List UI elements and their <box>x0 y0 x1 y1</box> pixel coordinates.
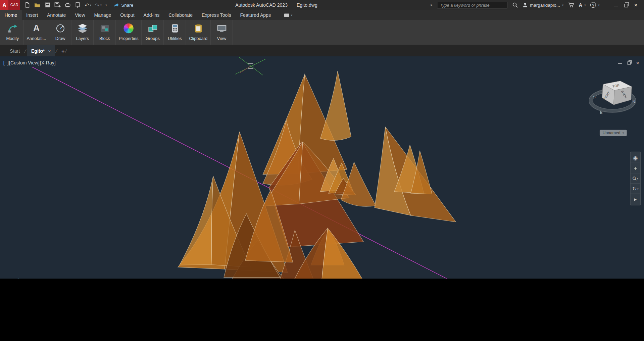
tab-view[interactable]: View <box>70 10 90 20</box>
autocad-window: A CAD ↶ ▾ <box>0 0 644 279</box>
tab-manage[interactable]: Manage <box>90 10 116 20</box>
annotation-icon: A <box>33 22 40 35</box>
viewcube-compass-n[interactable]: N <box>633 100 635 104</box>
tab-collaborate[interactable]: Collaborate <box>164 10 197 20</box>
undo-caret-icon[interactable]: ▾ <box>90 3 91 6</box>
plot-button[interactable] <box>64 2 71 8</box>
modify-icon <box>7 22 18 35</box>
zoom-icon[interactable]: ⚲▾ <box>631 174 640 184</box>
search-icon[interactable] <box>512 2 518 8</box>
ribbon-panel-label: Clipboard <box>189 36 207 41</box>
drawing-close-button[interactable]: × <box>636 61 639 66</box>
new-drawing-button[interactable]: + <box>61 47 65 54</box>
user-account-menu[interactable]: margaridaplo... ▾ <box>523 2 563 8</box>
autocad-logo-a: A <box>0 0 9 10</box>
tab-add-ins[interactable]: Add-ins <box>139 10 164 20</box>
ribbon-panel-draw[interactable]: Draw <box>49 20 71 45</box>
showmotion-icon[interactable]: ▸ <box>631 194 640 204</box>
search-expand-icon[interactable]: ▸ <box>431 3 433 7</box>
drawing-viewport[interactable]: [−] [Custom View] [X-Ray] × TOP RIGHT BA… <box>0 56 644 279</box>
tab-annotate[interactable]: Annotate <box>43 10 70 20</box>
named-view-label: Unnamed <box>603 131 621 135</box>
minimize-button[interactable] <box>614 6 618 6</box>
viewcube-compass-e[interactable]: E <box>600 110 602 114</box>
undo-button[interactable]: ↶ ▾ <box>85 2 91 8</box>
document-title: Egito.dwg <box>297 2 317 7</box>
ribbon-panel-groups[interactable]: Groups <box>142 20 164 45</box>
ribbon-panel-properties[interactable]: Properties <box>116 20 142 45</box>
plot-printer-icon <box>64 2 71 8</box>
publish-button[interactable] <box>75 2 81 8</box>
share-button[interactable]: Share <box>113 2 133 8</box>
file-tab-start[interactable]: Start <box>6 45 24 56</box>
ribbon-panel-block[interactable]: Block <box>94 20 116 45</box>
viewport-controls-minimize[interactable]: [−] <box>3 60 9 65</box>
viewport-visual-style-control[interactable]: [X-Ray] <box>40 60 56 65</box>
tab-output[interactable]: Output <box>116 10 139 20</box>
ribbon-display-options[interactable]: ▾ <box>281 10 296 20</box>
save-as-icon <box>54 2 61 8</box>
draw-circle-icon <box>55 22 66 35</box>
save-as-button[interactable] <box>54 2 61 8</box>
tab-insert[interactable]: Insert <box>21 10 42 20</box>
drawing-minimize-button[interactable] <box>618 63 622 64</box>
named-view-caret-icon: ▾ <box>623 132 624 135</box>
autodesk-app-caret-icon: ▾ <box>584 3 586 6</box>
restore-button[interactable] <box>624 4 628 7</box>
search-input[interactable]: Type a keyword or phrase <box>437 1 508 8</box>
save-button[interactable] <box>44 2 50 8</box>
titlebar: A CAD ↶ ▾ <box>0 0 644 10</box>
open-folder-icon <box>34 2 41 8</box>
tab-express-tools[interactable]: Express Tools <box>197 10 236 20</box>
user-avatar-icon <box>523 2 528 8</box>
file-tab-close-icon[interactable]: × <box>48 48 51 53</box>
ribbon-panel-label: Block <box>99 36 110 41</box>
new-file-icon <box>24 2 30 8</box>
tab-featured-apps[interactable]: Featured Apps <box>236 10 275 20</box>
undo-icon: ↶ <box>85 2 89 8</box>
ribbon-panel-clipboard[interactable]: Clipboard <box>186 20 211 45</box>
crosshair-axis-2 <box>239 57 263 75</box>
new-file-button[interactable] <box>24 2 30 8</box>
ribbon-panel-label: View <box>217 36 227 41</box>
drawing-restore-button[interactable] <box>627 61 630 64</box>
cart-icon[interactable] <box>568 2 574 8</box>
open-file-button[interactable] <box>34 2 41 8</box>
pan-icon[interactable]: + <box>631 163 640 174</box>
named-view-dropdown[interactable]: Unnamed ▾ <box>600 130 627 136</box>
autocad-logo[interactable]: A CAD <box>0 0 20 10</box>
ribbon-panel-view[interactable]: View <box>211 20 233 45</box>
viewcube-compass-s[interactable]: S <box>593 95 595 99</box>
ribbon-panel-label: Groups <box>146 36 160 41</box>
qat-customize-caret-icon[interactable]: ▾ <box>105 3 107 6</box>
navigation-bar: ◉+⚲▾↻▾▸ <box>630 152 641 205</box>
viewport-view-control[interactable]: [Custom View] <box>9 60 39 65</box>
orbit-icon[interactable]: ↻▾ <box>631 184 640 194</box>
redo-icon: ↷ <box>95 2 99 8</box>
file-tab-egito[interactable]: Egito* × <box>27 45 55 56</box>
redo-button[interactable]: ↷ ▾ <box>95 2 102 8</box>
titlebar-right-controls: ▸ Type a keyword or phrase margaridaplo.… <box>431 1 644 8</box>
window-controls: × <box>614 2 642 8</box>
ribbon-panel-utilities[interactable]: Utilities <box>164 20 186 45</box>
crosshair-axis-1 <box>235 59 266 74</box>
ribbon-display-caret-icon: ▾ <box>291 13 292 16</box>
ribbon-panel-label: Layers <box>76 36 89 41</box>
ribbon-panel-modify[interactable]: Modify <box>2 20 24 45</box>
navigation-wheel-icon[interactable]: ◉ <box>631 153 640 163</box>
redo-caret-icon[interactable]: ▾ <box>100 3 102 6</box>
help-menu[interactable]: ? ▾ <box>590 2 600 8</box>
autodesk-app-menu[interactable]: A ▾ <box>579 2 586 8</box>
file-tab-separator: / <box>24 48 27 54</box>
help-caret-icon: ▾ <box>598 3 599 6</box>
groups-icon <box>147 22 158 35</box>
ribbon-panel-annotation[interactable]: A Annotati... <box>24 20 49 45</box>
tab-home[interactable]: Home <box>0 10 21 20</box>
ribbon-panel-label: Draw <box>55 36 65 41</box>
block-icon <box>99 22 110 35</box>
file-tab-separator: / <box>55 48 58 54</box>
viewport-canvas[interactable] <box>0 56 644 279</box>
ribbon-panel-layers[interactable]: Layers <box>71 20 94 45</box>
close-button[interactable]: × <box>634 2 637 8</box>
viewcube[interactable]: TOP RIGHT BACK S E N <box>589 78 638 118</box>
